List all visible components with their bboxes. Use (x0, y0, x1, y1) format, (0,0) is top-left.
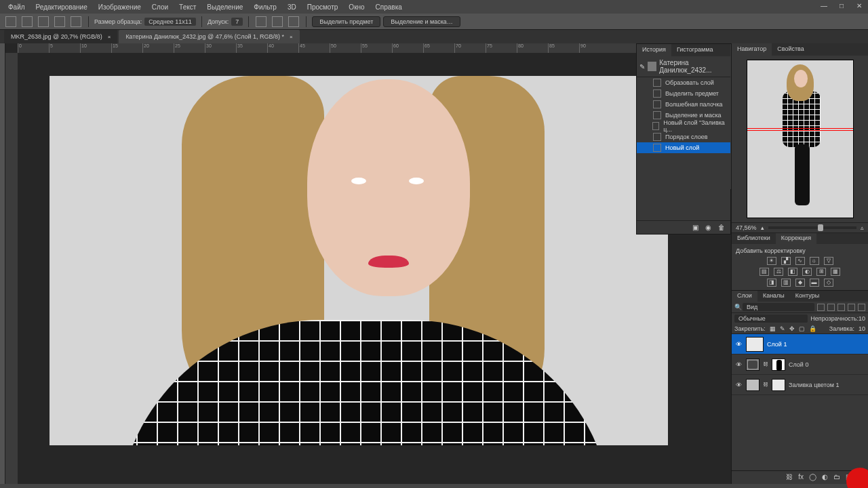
add-mask-icon[interactable]: ◯ (809, 473, 816, 482)
lock-all-icon[interactable]: 🔒 (809, 325, 816, 332)
lock-artboard-icon[interactable]: ▢ (799, 325, 805, 332)
layer-thumbnail[interactable] (746, 379, 760, 391)
threshold-icon[interactable]: ◆ (795, 279, 805, 287)
tools-panel[interactable] (0, 43, 5, 484)
layer-filter-type[interactable]: Вид (743, 303, 814, 311)
layer-name[interactable]: Слой 0 (789, 361, 808, 368)
hue-sat-icon[interactable]: ▤ (760, 268, 769, 276)
layer-row[interactable]: 👁 Слой 1 (732, 334, 868, 354)
photo-filter-icon[interactable]: ◐ (802, 268, 812, 276)
opacity-value[interactable]: 10 (859, 315, 865, 322)
exposure-icon[interactable]: ☼ (810, 257, 819, 265)
tab-navigator[interactable]: Навигатор (732, 43, 772, 56)
fx-icon[interactable]: fx (798, 473, 804, 482)
add-selection-icon[interactable] (38, 16, 49, 27)
layer-name[interactable]: Слой 1 (767, 341, 787, 348)
invert-icon[interactable]: ◨ (767, 279, 776, 287)
history-state[interactable]: Порядок слоев (637, 131, 730, 142)
layer-thumbnail[interactable] (746, 359, 760, 371)
layer-row[interactable]: 👁 ⛓ Слой 0 (732, 354, 868, 375)
select-subject-button[interactable]: Выделить предмет (312, 16, 380, 27)
subtract-selection-icon[interactable] (54, 16, 65, 27)
visibility-toggle-icon[interactable]: 👁 (734, 361, 743, 368)
window-min-button[interactable]: — (815, 0, 833, 12)
history-source-row[interactable]: ✎ Катерина Данилюк_2432... (637, 56, 730, 77)
lock-pixels-icon[interactable]: ✎ (780, 325, 785, 332)
zoom-slider[interactable] (768, 226, 856, 229)
tab-history[interactable]: История (637, 44, 671, 56)
lock-position-icon[interactable]: ✥ (789, 325, 795, 332)
menu-3d[interactable]: 3D (282, 3, 302, 11)
vibrance-icon[interactable]: ▽ (824, 257, 833, 265)
visibility-toggle-icon[interactable]: 👁 (734, 341, 743, 348)
lock-transparent-icon[interactable]: ▦ (770, 325, 776, 332)
select-and-mask-button[interactable]: Выделение и маска… (383, 16, 460, 27)
history-state[interactable]: Новый слой "Заливка ц... (637, 121, 730, 131)
window-close-button[interactable]: ✕ (850, 0, 868, 12)
brightness-contrast-icon[interactable]: ☀ (767, 257, 776, 265)
filter-adjust-icon[interactable] (827, 304, 835, 311)
document-tab-1[interactable]: MKR_2638.jpg @ 20,7% (RGB/8)× (4, 30, 117, 43)
filter-pixel-icon[interactable] (817, 304, 825, 311)
menu-image[interactable]: Изображение (93, 3, 146, 11)
menu-help[interactable]: Справка (370, 3, 408, 11)
new-fill-adj-icon[interactable]: ◐ (822, 473, 828, 482)
blend-mode-selector[interactable]: Обычные (734, 314, 808, 323)
menu-select[interactable]: Выделение (201, 3, 248, 11)
tool-preset-icon[interactable] (5, 16, 16, 27)
layer-name[interactable]: Заливка цветом 1 (789, 382, 839, 388)
tolerance-input[interactable]: 7 (231, 18, 243, 26)
visibility-toggle-icon[interactable]: 👁 (734, 382, 743, 388)
sample-size-selector[interactable]: Среднее 11x11 (144, 18, 196, 26)
history-state[interactable]: Волшебная палочка (637, 99, 730, 110)
menu-window[interactable]: Окно (343, 3, 370, 11)
color-balance-icon[interactable]: ⚖ (774, 268, 783, 276)
new-group-icon[interactable]: 🗀 (833, 473, 840, 482)
menu-view[interactable]: Просмотр (302, 3, 344, 11)
tab-adjustments[interactable]: Коррекция (776, 233, 816, 244)
curves-icon[interactable]: ∿ (795, 257, 805, 265)
tab-libraries[interactable]: Библиотеки (732, 233, 776, 244)
layer-mask-thumbnail[interactable] (772, 359, 785, 371)
close-icon[interactable]: × (108, 34, 111, 40)
new-selection-icon[interactable] (22, 16, 33, 27)
color-lookup-icon[interactable]: ▦ (831, 268, 840, 276)
filter-shape-icon[interactable] (848, 304, 855, 311)
canvas-viewport[interactable]: 051015202530354045505560657075808590 Ист… (5, 43, 731, 484)
gradient-map-icon[interactable]: ▬ (810, 279, 819, 287)
new-document-from-state-icon[interactable]: ▣ (692, 224, 698, 231)
mask-link-icon[interactable]: ⛓ (763, 382, 768, 388)
channel-mixer-icon[interactable]: ⊞ (816, 268, 826, 276)
history-state[interactable]: Выделить предмет (637, 88, 730, 99)
selective-color-icon[interactable]: ◇ (824, 279, 833, 287)
zoom-in-icon[interactable]: ▵ (861, 224, 864, 231)
navigator-viewport-box[interactable] (747, 128, 853, 131)
document-tab-2[interactable]: Катерина Данилюк_2432.jpg @ 47,6% (Слой … (119, 30, 299, 43)
tab-paths-panel[interactable]: Контуры (790, 291, 825, 302)
contiguous-icon[interactable] (272, 16, 283, 27)
menu-edit[interactable]: Редактирование (31, 3, 93, 11)
menu-filter[interactable]: Фильтр (248, 3, 282, 11)
layer-thumbnail[interactable] (746, 337, 764, 352)
posterize-icon[interactable]: ▥ (781, 279, 791, 287)
layer-row[interactable]: 👁 ⛓ Заливка цветом 1 (732, 375, 868, 395)
tab-properties[interactable]: Свойства (772, 43, 810, 56)
close-icon[interactable]: × (290, 34, 293, 40)
zoom-out-icon[interactable]: ▴ (761, 224, 764, 231)
layer-mask-thumbnail[interactable] (772, 379, 785, 391)
window-max-button[interactable]: □ (833, 0, 850, 12)
snapshot-icon[interactable]: ◉ (705, 224, 711, 231)
history-state[interactable]: Новый слой (637, 142, 730, 153)
menu-layers[interactable]: Слои (146, 3, 174, 11)
antialias-icon[interactable] (256, 16, 267, 27)
menu-type[interactable]: Текст (174, 3, 201, 11)
link-layers-icon[interactable]: ⛓ (786, 473, 793, 482)
mask-link-icon[interactable]: ⛓ (763, 361, 768, 367)
document-canvas[interactable] (50, 76, 668, 445)
history-state[interactable]: Образовать слой (637, 77, 730, 88)
filter-type-icon[interactable] (837, 304, 845, 311)
tab-channels[interactable]: Каналы (757, 291, 790, 302)
delete-state-icon[interactable]: 🗑 (718, 224, 725, 231)
filter-smart-icon[interactable] (858, 304, 865, 311)
zoom-value[interactable]: 47,56% (736, 224, 757, 231)
